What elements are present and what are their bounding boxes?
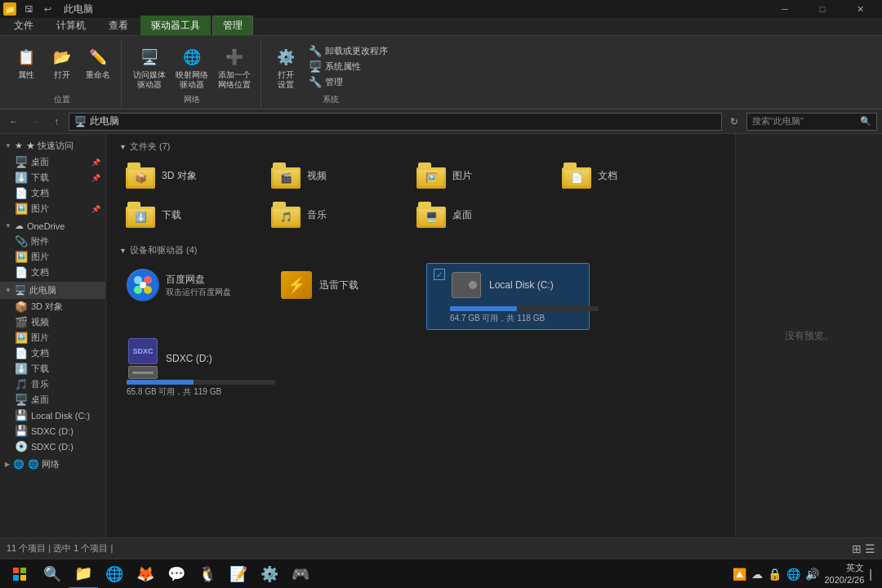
explorer-taskbar[interactable]: 📁 [69, 559, 98, 589]
large-icon-view[interactable]: ⊞ [852, 542, 862, 555]
device-baidu[interactable]: 百度网盘 双击运行百度网盘 [119, 263, 266, 330]
sdxc-space: 65.8 GB 可用，共 119 GB [127, 386, 275, 398]
search-taskbar[interactable]: 🔍 [38, 559, 67, 589]
manage-button[interactable]: 🔧 管理 [305, 75, 391, 89]
folder-video[interactable]: 🎬 视频 [265, 159, 403, 192]
system-buttons: ⚙️ 打开设置 🔧 卸载或更改程序 🖥️ 系统属性 🔧 管理 [270, 42, 391, 92]
address-path[interactable]: 🖥️ 此电脑 [69, 113, 722, 131]
manage-icon: 🔧 [309, 76, 322, 88]
folder-music[interactable]: 🎵 音乐 [265, 198, 403, 231]
minimize-button[interactable]: ─ [766, 0, 804, 18]
network-header[interactable]: ▶ 🌐 🌐 网络 [0, 456, 105, 473]
firefox-taskbar[interactable]: 🦊 [131, 559, 160, 589]
folder-pictures[interactable]: 🖼️ 图片 [410, 159, 549, 192]
game-taskbar[interactable]: 🎮 [286, 559, 315, 589]
add-network-button[interactable]: ➕ 添加一个网络位置 [215, 44, 254, 91]
pc-desktop-label: 桌面 [31, 394, 49, 406]
tab-file[interactable]: 文件 [3, 16, 44, 35]
undo-btn[interactable]: ↩ [42, 4, 54, 15]
sidebar-item-od-pictures[interactable]: 🖼️ 图片 [0, 249, 105, 265]
system-props-button[interactable]: 🖥️ 系统属性 [305, 60, 391, 74]
volume-icon[interactable]: 🔊 [805, 568, 819, 581]
clock[interactable]: 英文 2020/2/26 [824, 562, 864, 586]
thispc-arrow: ▼ [5, 287, 11, 294]
show-desktop[interactable]: | [869, 568, 872, 581]
list-view[interactable]: ☰ [865, 542, 875, 555]
folder-documents[interactable]: 📄 文档 [555, 159, 694, 192]
attachments-label: 附件 [31, 235, 49, 247]
network-sys-icon[interactable]: 🌐 [786, 568, 800, 581]
device-sdxc[interactable]: SDXC SDXC (D:) 65.8 GB 可用，共 119 GB [119, 336, 283, 403]
up-button[interactable]: ↑ [47, 113, 65, 131]
quick-access-header[interactable]: ▼ ★ ★ 快速访问 [0, 137, 105, 154]
rename-button[interactable]: ✏️ 重命名 [82, 44, 114, 82]
open-settings-button[interactable]: ⚙️ 打开设置 [270, 44, 302, 91]
clock-date: 2020/2/26 [824, 574, 864, 586]
pc-pictures-icon: 🖼️ [15, 332, 28, 344]
uninstall-button[interactable]: 🔧 卸载或更改程序 [305, 44, 391, 58]
sidebar-item-pictures[interactable]: 🖼️ 图片 📌 [0, 201, 105, 216]
thispc-header[interactable]: ▼ 🖥️ 此电脑 [0, 282, 105, 299]
folder-music-icon: 🎵 [271, 202, 301, 228]
back-button[interactable]: ← [5, 113, 23, 131]
network-label: 🌐 网络 [28, 458, 60, 470]
penguin-taskbar[interactable]: 🐧 [193, 559, 222, 589]
folders-grid: 📦 3D 对象 🎬 视频 🖼️ 图片 [119, 159, 722, 231]
sidebar-item-pc-downloads[interactable]: ⬇️ 下载 [0, 361, 105, 376]
map-network-button[interactable]: 🌐 映射网络驱动器 [172, 44, 212, 91]
sdxc1-label: SDXC (D:) [31, 426, 74, 436]
sidebar-item-video[interactable]: 🎬 视频 [0, 314, 105, 330]
pc-dl-icon: ⬇️ [15, 363, 28, 375]
sidebar-item-desktop[interactable]: 🖥️ 桌面 📌 [0, 154, 105, 170]
show-hidden-icons[interactable]: 🔼 [733, 568, 746, 581]
sidebar-item-downloads[interactable]: ⬇️ 下载 📌 [0, 170, 105, 185]
sidebar-item-pc-pictures[interactable]: 🖼️ 图片 [0, 330, 105, 345]
sticky-taskbar[interactable]: 📝 [224, 559, 253, 589]
device-xunlei[interactable]: ⚡ 迅雷下载 [273, 263, 420, 330]
content-area: ▼ 文件夹 (7) 📦 3D 对象 🎬 视频 [106, 134, 735, 537]
od-pictures-label: 图片 [31, 251, 49, 263]
sidebar-item-localc[interactable]: 💾 Local Disk (C:) [0, 408, 105, 423]
sidebar-item-sdxc2[interactable]: 💿 SDXC (D:) [0, 439, 105, 454]
chat-taskbar[interactable]: 💬 [162, 559, 191, 589]
tab-manage[interactable]: 管理 [212, 16, 253, 35]
sidebar-item-od-documents[interactable]: 📄 文档 [0, 265, 105, 280]
tab-view[interactable]: 查看 [98, 16, 139, 35]
onedrive-header[interactable]: ▼ ☁ OneDrive [0, 218, 105, 234]
start-button[interactable] [3, 559, 36, 589]
folder-desktop[interactable]: 🖥️ 桌面 [410, 198, 549, 231]
properties-button[interactable]: 📋 属性 [10, 44, 42, 82]
statusbar: 11 个项目 | 选中 1 个项目 | ⊞ ☰ [0, 537, 882, 559]
open-button[interactable]: 📂 打开 [46, 44, 78, 82]
folder-3d[interactable]: 📦 3D 对象 [119, 159, 258, 192]
search-box[interactable]: 搜索"此电脑" 🔍 [746, 113, 877, 131]
forward-button[interactable]: → [26, 113, 44, 131]
network-buttons: 🖥️ 访问媒体驱动器 🌐 映射网络驱动器 ➕ 添加一个网络位置 [130, 42, 254, 92]
tab-drive-tools[interactable]: 驱动器工具 [140, 16, 211, 35]
sidebar-item-pc-docs[interactable]: 📄 文档 [0, 345, 105, 361]
settings-taskbar[interactable]: ⚙️ [255, 559, 284, 589]
cloud-icon[interactable]: ☁ [751, 568, 763, 581]
sidebar-item-music[interactable]: 🎵 音乐 [0, 376, 105, 392]
quick-access-btn[interactable]: 🖫 [20, 4, 38, 14]
refresh-button[interactable]: ↻ [725, 113, 743, 131]
maximize-button[interactable]: □ [804, 0, 841, 18]
network-arrow: ▶ [5, 461, 10, 468]
clock-time: 英文 [824, 562, 864, 573]
sidebar-item-3d[interactable]: 📦 3D 对象 [0, 299, 105, 314]
close-button[interactable]: ✕ [841, 0, 879, 18]
sidebar-item-sdxc1[interactable]: 💾 SDXC (D:) [0, 423, 105, 439]
edge-taskbar[interactable]: 🌐 [100, 559, 129, 589]
sidebar-item-pc-desktop[interactable]: 🖥️ 桌面 [0, 392, 105, 408]
localc-checkbox[interactable]: ✓ [434, 269, 445, 280]
od-pictures-icon: 🖼️ [15, 251, 28, 263]
baidu-icon [127, 269, 159, 301]
tab-computer[interactable]: 计算机 [46, 16, 96, 35]
device-localc[interactable]: ✓ Local Disk (C:) 64.7 GB 可用，共 118 GB [426, 263, 590, 330]
sidebar-item-documents[interactable]: 📄 文档 [0, 185, 105, 201]
folder-downloads[interactable]: ⬇️ 下载 [119, 198, 258, 231]
media-access-button[interactable]: 🖥️ 访问媒体驱动器 [130, 44, 169, 91]
lock-icon[interactable]: 🔒 [768, 568, 782, 581]
pictures-icon: 🖼️ [15, 203, 28, 215]
sidebar-item-attachments[interactable]: 📎 附件 [0, 234, 105, 249]
